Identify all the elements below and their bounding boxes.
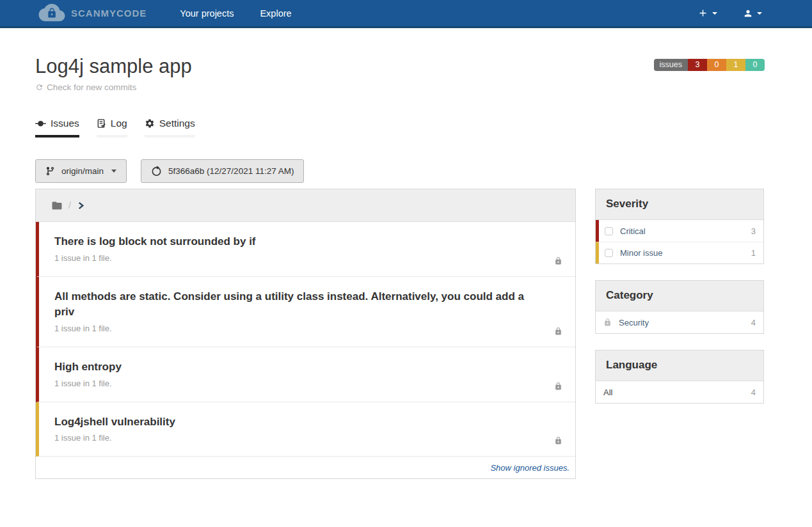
critical-checkbox[interactable] xyxy=(605,227,613,235)
minor-issue-checkbox[interactable] xyxy=(605,249,613,257)
lock-icon xyxy=(554,327,562,336)
filter-count: 4 xyxy=(751,388,756,397)
filter-count: 4 xyxy=(751,318,756,327)
filters-sidebar: Severity Critical 3 Minor issue 1 Catego… xyxy=(595,189,764,420)
cloud-lock-logo-icon xyxy=(38,4,65,22)
lock-icon xyxy=(554,256,562,265)
commit-ref-icon xyxy=(151,166,162,177)
issue-subtitle: 1 issue in 1 file. xyxy=(54,253,537,263)
severity-panel-title: Severity xyxy=(596,189,763,220)
brand-logo[interactable]: SCANMYCODE xyxy=(38,4,147,22)
check-commits-label: Check for new commits xyxy=(47,83,136,92)
issues-count-badge: issues 3 0 1 0 xyxy=(654,59,765,71)
tab-label: Log xyxy=(111,118,127,129)
issue-title: There is log block not surrounded by if xyxy=(54,234,537,250)
tab-log[interactable]: Log xyxy=(97,118,127,138)
category-panel: Category Security 4 xyxy=(595,280,764,334)
language-panel-title: Language xyxy=(596,350,763,381)
issue-subtitle: 1 issue in 1 file. xyxy=(54,433,537,443)
plus-icon xyxy=(697,8,708,19)
folder-icon[interactable] xyxy=(51,201,63,210)
info-count-badge: 0 xyxy=(745,59,765,71)
nav-link-your-projects[interactable]: Your projects xyxy=(180,8,234,19)
issue-row[interactable]: All methods are static. Consider using a… xyxy=(36,277,575,347)
filter-count: 3 xyxy=(751,226,756,236)
filter-row-minor-issue[interactable]: Minor issue 1 xyxy=(596,242,763,264)
navbar-right xyxy=(697,8,762,19)
issue-row[interactable]: There is log block not surrounded by if … xyxy=(36,222,575,277)
page-header: Log4j sample app Check for new commits i… xyxy=(35,55,765,94)
ref-toolbar: origin/main 5f366a6b (12/27/2021 11:27 A… xyxy=(35,159,765,183)
user-dropdown[interactable] xyxy=(743,8,762,19)
refresh-icon xyxy=(35,83,44,91)
lock-icon xyxy=(603,318,612,327)
severity-panel: Severity Critical 3 Minor issue 1 xyxy=(595,189,764,264)
navbar: SCANMYCODE Your projects Explore xyxy=(0,0,812,28)
breadcrumb: / xyxy=(36,189,575,222)
issue-subtitle: 1 issue in 1 file. xyxy=(54,324,537,333)
language-panel: Language All 4 xyxy=(595,350,764,404)
filter-row-all-languages[interactable]: All 4 xyxy=(596,381,763,403)
gear-icon xyxy=(145,118,155,129)
filter-label: All xyxy=(603,388,612,397)
commit-label: 5f366a6b (12/27/2021 11:27 AM) xyxy=(168,166,294,176)
tab-label: Settings xyxy=(159,118,195,129)
filter-label: Critical xyxy=(620,226,646,236)
lock-icon xyxy=(554,382,562,391)
issue-title: Log4jshell vulnerability xyxy=(54,414,537,430)
show-ignored-issues-link[interactable]: Show ignored issues. xyxy=(490,463,569,473)
filter-count: 1 xyxy=(751,248,756,258)
branch-label: origin/main xyxy=(61,166,104,176)
user-icon xyxy=(743,8,753,19)
filter-label: Minor issue xyxy=(620,248,662,258)
add-dropdown[interactable] xyxy=(697,8,717,19)
issues-panel-footer: Show ignored issues. xyxy=(36,457,575,478)
tab-bar: Issues Log Settings xyxy=(35,118,765,138)
branch-select-button[interactable]: origin/main xyxy=(35,159,127,183)
main-content: Log4j sample app Check for new commits i… xyxy=(35,55,765,479)
issues-panel: / There is log block not surrounded by i… xyxy=(35,189,576,479)
tab-label: Issues xyxy=(51,118,79,129)
tab-issues[interactable]: Issues xyxy=(35,118,79,138)
tab-settings[interactable]: Settings xyxy=(145,118,195,138)
nav-links: Your projects Explore xyxy=(180,8,291,19)
filter-row-critical[interactable]: Critical 3 xyxy=(596,220,763,242)
issue-subtitle: 1 issue in 1 file. xyxy=(54,379,537,388)
issue-row[interactable]: Log4jshell vulnerability 1 issue in 1 fi… xyxy=(36,402,575,457)
nav-link-explore[interactable]: Explore xyxy=(260,8,291,19)
issues-badge-label: issues xyxy=(654,59,688,71)
caret-down-icon xyxy=(111,169,116,173)
category-panel-title: Category xyxy=(596,281,763,311)
chevron-right-icon xyxy=(77,201,85,210)
commit-icon xyxy=(35,118,46,129)
check-commits-link[interactable]: Check for new commits xyxy=(35,83,136,92)
caret-down-icon xyxy=(757,12,762,15)
caret-down-icon xyxy=(712,12,717,15)
commit-select-button[interactable]: 5f366a6b (12/27/2021 11:27 AM) xyxy=(141,159,304,183)
major-count-badge: 0 xyxy=(707,59,726,71)
filter-row-security[interactable]: Security 4 xyxy=(596,311,763,333)
brand-name: SCANMYCODE xyxy=(71,8,147,19)
issue-title: High entropy xyxy=(54,359,537,375)
issue-row[interactable]: High entropy 1 issue in 1 file. xyxy=(36,347,575,402)
content-row: / There is log block not surrounded by i… xyxy=(35,189,765,479)
filter-label: Security xyxy=(619,318,649,327)
critical-count-badge: 3 xyxy=(688,59,707,71)
minor-count-badge: 1 xyxy=(726,59,745,71)
branch-icon xyxy=(45,166,55,176)
log-icon xyxy=(97,118,106,129)
lock-icon xyxy=(554,436,562,445)
issue-title: All methods are static. Consider using a… xyxy=(54,289,537,320)
breadcrumb-separator: / xyxy=(68,200,71,210)
